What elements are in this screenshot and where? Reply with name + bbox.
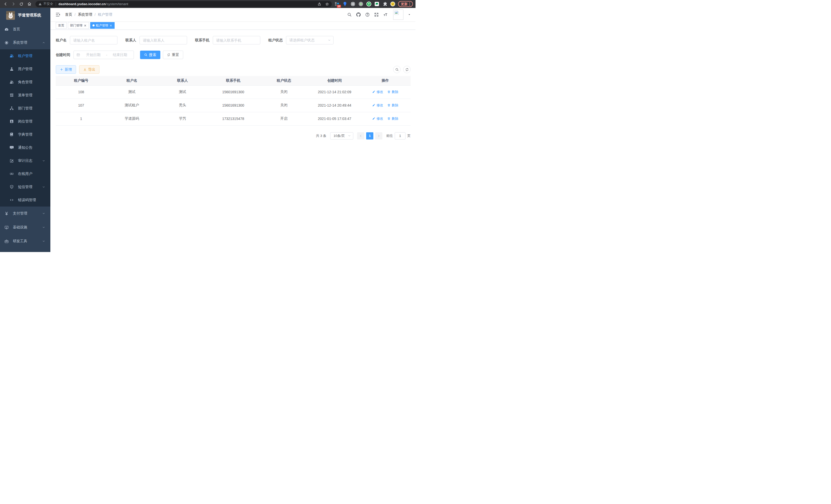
export-button[interactable]: 导出 bbox=[79, 65, 99, 74]
trash-icon bbox=[387, 117, 391, 120]
sidebar-item-infra[interactable]: 基础设施 bbox=[0, 220, 50, 234]
address-bar[interactable]: 不安全 dashboard.yudao.iocoder.cn/system/te… bbox=[35, 1, 332, 7]
extensions-row: 10 bbox=[334, 1, 396, 7]
status-select[interactable]: 请选择租户状态 bbox=[286, 36, 334, 45]
extension-chat-icon[interactable] bbox=[374, 1, 379, 7]
top-navbar: 首页 / 系统管理 / 租户管理 bbox=[50, 8, 416, 21]
edit-button[interactable]: 修改 bbox=[372, 90, 383, 94]
sidebar-item-online-users[interactable]: 在线用户 bbox=[0, 167, 50, 180]
extensions-puzzle-icon[interactable] bbox=[382, 1, 388, 7]
refresh-table-button[interactable] bbox=[403, 66, 411, 73]
user-avatar[interactable] bbox=[393, 9, 403, 20]
tag-tenant[interactable]: 租户管理 bbox=[90, 22, 115, 29]
contact-input[interactable] bbox=[140, 36, 187, 45]
browser-home-button[interactable] bbox=[26, 1, 33, 7]
sidebar-item-error-code[interactable]: 错误码管理 bbox=[0, 194, 50, 207]
share-icon[interactable] bbox=[317, 2, 321, 6]
browser-reload-button[interactable] bbox=[18, 1, 25, 7]
security-label[interactable]: 不安全 bbox=[44, 2, 53, 6]
search-icon[interactable] bbox=[347, 12, 352, 17]
sidebar-item-sms[interactable]: 短信管理 bbox=[0, 180, 50, 194]
breadcrumb-separator: / bbox=[75, 12, 76, 17]
fullscreen-icon[interactable] bbox=[374, 12, 379, 17]
bookmark-star-icon[interactable] bbox=[325, 2, 329, 6]
edit-button[interactable]: 修改 bbox=[372, 103, 383, 108]
chevron-down-icon bbox=[42, 159, 45, 162]
filter-row-2: 创建时间 开始日期 - 结束日期 搜索 重置 bbox=[56, 51, 411, 59]
breadcrumb-system[interactable]: 系统管理 bbox=[78, 12, 92, 17]
sidebar-item-dict[interactable]: 字典管理 bbox=[0, 128, 50, 141]
reset-button[interactable]: 重置 bbox=[163, 51, 183, 59]
date-start-placeholder: 开始日期 bbox=[82, 53, 105, 57]
filter-label: 联系人 bbox=[125, 38, 136, 42]
filter-label: 创建时间 bbox=[56, 53, 70, 57]
browser-forward-button[interactable] bbox=[10, 1, 17, 7]
browser-back-button[interactable] bbox=[2, 1, 9, 7]
delete-button[interactable]: 删除 bbox=[387, 116, 398, 121]
col-contact: 联系人 bbox=[157, 76, 208, 85]
gear-icon bbox=[4, 40, 9, 45]
github-icon[interactable] bbox=[356, 12, 361, 17]
shield-check-icon bbox=[9, 185, 14, 189]
extension-y-icon[interactable] bbox=[366, 1, 372, 7]
profile-avatar-icon[interactable] bbox=[390, 1, 396, 7]
download-icon bbox=[83, 68, 87, 71]
sidebar-item-menu[interactable]: 菜单管理 bbox=[0, 89, 50, 102]
current-page[interactable]: 1 bbox=[366, 132, 373, 140]
close-icon[interactable] bbox=[84, 24, 87, 27]
sidebar-collapse-icon[interactable] bbox=[56, 12, 61, 17]
refresh-icon bbox=[405, 68, 409, 71]
sidebar-item-payment[interactable]: 支付管理 bbox=[0, 207, 50, 220]
table-row: 108 测试 测试 15601691300 关闭 2021-12-14 21:0… bbox=[56, 85, 411, 99]
tag-dept[interactable]: 部门管理 bbox=[68, 22, 89, 29]
sidebar-item-notice[interactable]: 通知公告 bbox=[0, 141, 50, 154]
sidebar-item-label: 岗位管理 bbox=[18, 119, 32, 124]
sidebar-item-user[interactable]: 用户管理 bbox=[0, 62, 50, 76]
page-size-select[interactable]: 10条/页 bbox=[330, 132, 353, 140]
search-icon bbox=[395, 68, 399, 71]
export-button-label: 导出 bbox=[88, 67, 95, 72]
sidebar-item-role[interactable]: 角色管理 bbox=[0, 76, 50, 89]
goto-page-input[interactable] bbox=[395, 132, 405, 140]
date-range-picker[interactable]: 开始日期 - 结束日期 bbox=[74, 51, 134, 59]
sidebar-item-post[interactable]: 岗位管理 bbox=[0, 115, 50, 128]
extension-pin-icon[interactable] bbox=[342, 1, 348, 7]
sidebar-item-dev-tools[interactable]: 研发工具 bbox=[0, 234, 50, 248]
extension-tabs-icon[interactable]: 10 bbox=[334, 1, 340, 7]
prev-page-button[interactable] bbox=[357, 132, 364, 140]
filter-label: 联系手机 bbox=[195, 38, 209, 42]
extension-command-icon[interactable] bbox=[350, 1, 355, 7]
filter-create-time: 创建时间 开始日期 - 结束日期 bbox=[56, 51, 134, 59]
sidebar: 芋道管理系统 首页 系统管理 租户管理 用户管理 bbox=[0, 8, 50, 252]
sidebar-item-system[interactable]: 系统管理 bbox=[0, 36, 50, 49]
tag-home[interactable]: 首页 bbox=[56, 22, 66, 29]
avatar-caret-icon[interactable] bbox=[408, 13, 411, 16]
extension-dot-icon[interactable] bbox=[358, 1, 364, 7]
sidebar-item-label: 在线用户 bbox=[18, 172, 32, 176]
sidebar-item-home[interactable]: 首页 bbox=[0, 23, 50, 36]
app-logo-row[interactable]: 芋道管理系统 bbox=[0, 8, 50, 23]
add-button-label: 新增 bbox=[65, 67, 72, 72]
mobile-input[interactable] bbox=[213, 36, 260, 45]
breadcrumb-home[interactable]: 首页 bbox=[65, 12, 72, 17]
search-button[interactable]: 搜索 bbox=[140, 51, 160, 59]
online-icon bbox=[9, 172, 14, 176]
tenant-name-input[interactable] bbox=[70, 36, 117, 45]
chevron-left-icon bbox=[359, 135, 362, 138]
close-icon[interactable] bbox=[110, 24, 112, 27]
chrome-update-button[interactable]: 更新 bbox=[398, 1, 413, 7]
edit-button[interactable]: 修改 bbox=[372, 116, 383, 121]
delete-button[interactable]: 删除 bbox=[387, 103, 398, 108]
help-icon[interactable] bbox=[365, 12, 370, 17]
delete-button[interactable]: 删除 bbox=[387, 90, 398, 94]
filter-label: 租户名 bbox=[56, 38, 66, 42]
font-size-icon[interactable] bbox=[383, 12, 388, 17]
next-page-button[interactable] bbox=[375, 132, 382, 140]
add-button[interactable]: 新增 bbox=[56, 65, 76, 74]
sidebar-item-dept[interactable]: 部门管理 bbox=[0, 102, 50, 115]
browser-menu-icon[interactable] bbox=[409, 2, 410, 6]
show-search-button[interactable] bbox=[393, 66, 401, 73]
trash-icon bbox=[387, 103, 391, 107]
sidebar-item-audit-log[interactable]: 审计日志 bbox=[0, 154, 50, 167]
sidebar-item-tenant[interactable]: 租户管理 bbox=[0, 49, 50, 62]
